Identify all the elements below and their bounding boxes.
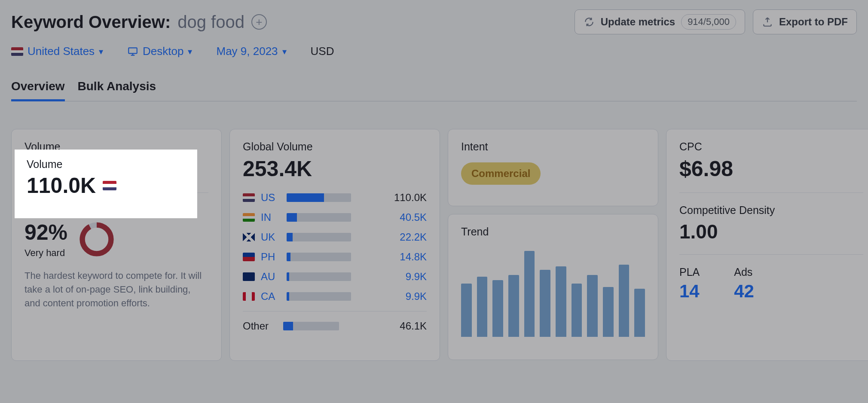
date-filter[interactable]: May 9, 2023 ▾ (216, 45, 286, 58)
us-flag-icon (11, 47, 23, 56)
desktop-icon (127, 46, 138, 57)
global-volume-row[interactable]: IN40.5K (243, 211, 427, 223)
global-volume-row[interactable]: US110.0K (243, 192, 427, 204)
us-flag-icon (243, 193, 255, 202)
gv-other-label: Other (243, 320, 277, 332)
pla-value: 14 (679, 281, 700, 302)
trend-bar (492, 280, 503, 337)
chevron-down-icon: ▾ (282, 46, 287, 57)
gv-value: 40.5K (400, 211, 427, 223)
cpc-value: $6.98 (679, 156, 863, 181)
global-volume-value: 253.4K (243, 156, 427, 181)
in-flag-icon (243, 213, 255, 222)
chevron-down-icon: ▾ (99, 46, 103, 57)
gv-country-code: IN (261, 211, 281, 223)
trend-bar (603, 287, 614, 337)
competitive-density-label: Competitive Density (679, 204, 863, 217)
intent-label: Intent (461, 140, 645, 153)
update-metrics-badge: 914/5,000 (681, 14, 736, 30)
gv-bar (287, 233, 351, 241)
intent-card: Intent Commercial (448, 129, 658, 206)
export-pdf-button[interactable]: Export to PDF (753, 9, 857, 34)
trend-bar (477, 277, 488, 337)
date-label: May 9, 2023 (216, 45, 278, 58)
trend-bar (540, 270, 550, 337)
trend-bar (572, 284, 582, 337)
intent-badge: Commercial (461, 162, 541, 185)
chevron-down-icon: ▾ (188, 46, 192, 57)
device-label: Desktop (143, 45, 183, 58)
trend-bar (524, 251, 535, 337)
cpc-card: CPC $6.98 Competitive Density 1.00 PLA 1… (666, 129, 868, 361)
kd-description: The hardest keyword to compete for. It w… (24, 269, 208, 310)
gv-bar (287, 213, 351, 222)
global-volume-row[interactable]: CA9.9K (243, 290, 427, 302)
gv-value: 9.9K (406, 271, 427, 283)
volume-label: Volume (24, 140, 208, 153)
global-volume-card: Global Volume 253.4K US110.0KIN40.5KUK22… (229, 129, 440, 361)
export-label: Export to PDF (779, 16, 848, 28)
country-label: United States (28, 45, 95, 58)
gv-other-bar (283, 322, 339, 330)
trend-label: Trend (461, 226, 645, 238)
trend-bar (508, 275, 519, 337)
ads-value: 42 (734, 281, 754, 302)
trend-chart (461, 251, 645, 337)
kd-level: Very hard (24, 247, 67, 259)
trend-card: Trend (448, 214, 658, 360)
gv-bar (287, 253, 351, 261)
au-flag-icon (243, 272, 255, 281)
gv-value: 110.0K (394, 192, 427, 204)
gv-country-code: PH (261, 251, 281, 263)
uk-flag-icon (243, 233, 255, 241)
plus-icon: + (256, 16, 262, 27)
global-volume-row[interactable]: UK22.2K (243, 231, 427, 243)
volume-value: 110.0K (24, 156, 208, 181)
volume-number: 110.0K (24, 156, 94, 181)
gv-country-code: US (261, 192, 281, 204)
competitive-density-value: 1.00 (679, 220, 863, 243)
export-icon (762, 16, 773, 27)
gv-bar (287, 292, 351, 301)
gv-bar (287, 193, 351, 202)
gv-other-value: 46.1K (400, 320, 427, 332)
trend-bar (556, 266, 566, 337)
title-prefix: Keyword Overview: (11, 12, 171, 32)
add-keyword-button[interactable]: + (251, 14, 267, 30)
global-volume-row[interactable]: AU9.9K (243, 271, 427, 283)
us-flag-icon (101, 164, 114, 174)
kd-label: Keyword Difficulty (24, 204, 208, 217)
svg-point-2 (83, 225, 111, 254)
ph-flag-icon (243, 253, 255, 261)
gv-value: 9.9K (406, 290, 427, 302)
refresh-icon (584, 16, 595, 27)
gv-bar (287, 272, 351, 281)
pla-label: PLA (679, 266, 700, 278)
gv-value: 14.8K (400, 251, 427, 263)
global-volume-other-row: Other 46.1K (243, 320, 427, 332)
cpc-label: CPC (679, 140, 863, 153)
global-volume-label: Global Volume (243, 140, 427, 153)
tab-overview[interactable]: Overview (11, 75, 65, 101)
page-title: Keyword Overview: dog food + (11, 12, 267, 32)
trend-bar (587, 275, 598, 337)
country-filter[interactable]: United States ▾ (11, 45, 103, 58)
update-metrics-label: Update metrics (601, 16, 675, 28)
ca-flag-icon (243, 292, 255, 301)
volume-card: Volume 110.0K Keyword Difficulty 92% Ver… (11, 129, 222, 361)
svg-rect-0 (128, 48, 137, 53)
trend-bar (634, 289, 645, 337)
trend-bar (461, 284, 472, 337)
ads-label: Ads (734, 266, 754, 278)
tab-bulk-analysis[interactable]: Bulk Analysis (78, 75, 156, 101)
update-metrics-button[interactable]: Update metrics 914/5,000 (575, 9, 745, 34)
gv-country-code: UK (261, 231, 281, 243)
trend-bar (619, 265, 630, 337)
device-filter[interactable]: Desktop ▾ (127, 45, 192, 58)
gv-country-code: AU (261, 271, 281, 283)
currency-label: USD (311, 45, 334, 58)
gv-country-code: CA (261, 290, 281, 302)
kd-donut-icon (78, 220, 116, 258)
gv-value: 22.2K (400, 231, 427, 243)
global-volume-row[interactable]: PH14.8K (243, 251, 427, 263)
